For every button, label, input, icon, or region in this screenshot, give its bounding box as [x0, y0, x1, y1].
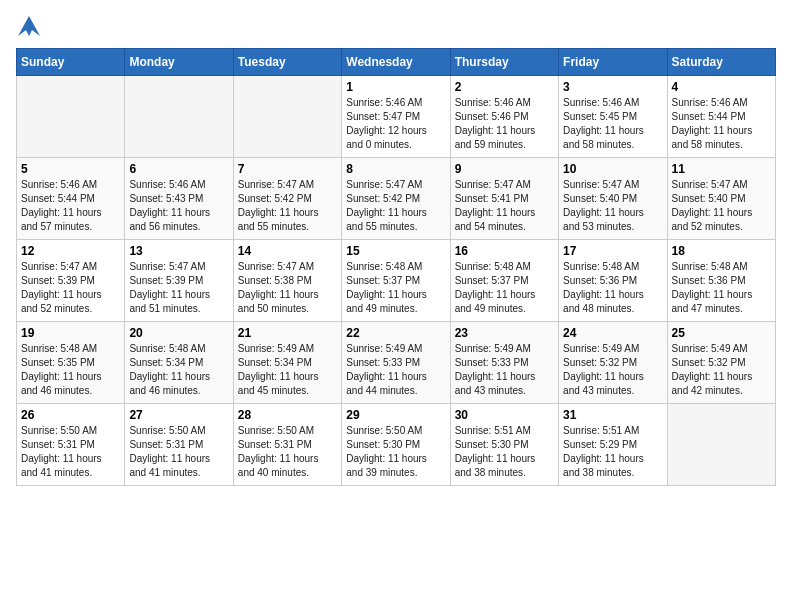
day-header-row: SundayMondayTuesdayWednesdayThursdayFrid…: [17, 49, 776, 76]
col-header-monday: Monday: [125, 49, 233, 76]
col-header-sunday: Sunday: [17, 49, 125, 76]
week-row-3: 12Sunrise: 5:47 AMSunset: 5:39 PMDayligh…: [17, 240, 776, 322]
day-number: 10: [563, 162, 662, 176]
calendar-cell: 11Sunrise: 5:47 AMSunset: 5:40 PMDayligh…: [667, 158, 775, 240]
day-info: Sunrise: 5:50 AMSunset: 5:31 PMDaylight:…: [129, 424, 228, 480]
day-number: 21: [238, 326, 337, 340]
day-number: 12: [21, 244, 120, 258]
calendar-cell: 28Sunrise: 5:50 AMSunset: 5:31 PMDayligh…: [233, 404, 341, 486]
day-number: 16: [455, 244, 554, 258]
calendar-cell: 4Sunrise: 5:46 AMSunset: 5:44 PMDaylight…: [667, 76, 775, 158]
day-info: Sunrise: 5:47 AMSunset: 5:39 PMDaylight:…: [21, 260, 120, 316]
col-header-saturday: Saturday: [667, 49, 775, 76]
day-info: Sunrise: 5:47 AMSunset: 5:39 PMDaylight:…: [129, 260, 228, 316]
day-number: 6: [129, 162, 228, 176]
day-number: 13: [129, 244, 228, 258]
calendar-cell: 25Sunrise: 5:49 AMSunset: 5:32 PMDayligh…: [667, 322, 775, 404]
day-info: Sunrise: 5:46 AMSunset: 5:43 PMDaylight:…: [129, 178, 228, 234]
day-info: Sunrise: 5:46 AMSunset: 5:44 PMDaylight:…: [672, 96, 771, 152]
calendar-cell: 27Sunrise: 5:50 AMSunset: 5:31 PMDayligh…: [125, 404, 233, 486]
day-info: Sunrise: 5:47 AMSunset: 5:42 PMDaylight:…: [238, 178, 337, 234]
day-number: 14: [238, 244, 337, 258]
day-info: Sunrise: 5:47 AMSunset: 5:41 PMDaylight:…: [455, 178, 554, 234]
day-info: Sunrise: 5:48 AMSunset: 5:34 PMDaylight:…: [129, 342, 228, 398]
calendar-cell: 15Sunrise: 5:48 AMSunset: 5:37 PMDayligh…: [342, 240, 450, 322]
calendar-cell: [17, 76, 125, 158]
logo: [16, 16, 42, 36]
calendar-cell: 10Sunrise: 5:47 AMSunset: 5:40 PMDayligh…: [559, 158, 667, 240]
day-info: Sunrise: 5:48 AMSunset: 5:35 PMDaylight:…: [21, 342, 120, 398]
day-number: 17: [563, 244, 662, 258]
day-info: Sunrise: 5:50 AMSunset: 5:31 PMDaylight:…: [21, 424, 120, 480]
calendar-cell: 21Sunrise: 5:49 AMSunset: 5:34 PMDayligh…: [233, 322, 341, 404]
day-info: Sunrise: 5:46 AMSunset: 5:44 PMDaylight:…: [21, 178, 120, 234]
day-number: 15: [346, 244, 445, 258]
calendar-table: SundayMondayTuesdayWednesdayThursdayFrid…: [16, 48, 776, 486]
calendar-cell: 29Sunrise: 5:50 AMSunset: 5:30 PMDayligh…: [342, 404, 450, 486]
calendar-cell: 5Sunrise: 5:46 AMSunset: 5:44 PMDaylight…: [17, 158, 125, 240]
day-number: 25: [672, 326, 771, 340]
day-number: 9: [455, 162, 554, 176]
calendar-cell: 20Sunrise: 5:48 AMSunset: 5:34 PMDayligh…: [125, 322, 233, 404]
day-info: Sunrise: 5:47 AMSunset: 5:40 PMDaylight:…: [563, 178, 662, 234]
calendar-cell: 1Sunrise: 5:46 AMSunset: 5:47 PMDaylight…: [342, 76, 450, 158]
calendar-cell: 13Sunrise: 5:47 AMSunset: 5:39 PMDayligh…: [125, 240, 233, 322]
day-info: Sunrise: 5:47 AMSunset: 5:38 PMDaylight:…: [238, 260, 337, 316]
calendar-cell: 24Sunrise: 5:49 AMSunset: 5:32 PMDayligh…: [559, 322, 667, 404]
day-info: Sunrise: 5:48 AMSunset: 5:36 PMDaylight:…: [563, 260, 662, 316]
day-info: Sunrise: 5:47 AMSunset: 5:40 PMDaylight:…: [672, 178, 771, 234]
day-number: 29: [346, 408, 445, 422]
day-number: 22: [346, 326, 445, 340]
day-info: Sunrise: 5:50 AMSunset: 5:31 PMDaylight:…: [238, 424, 337, 480]
day-number: 23: [455, 326, 554, 340]
calendar-cell: 9Sunrise: 5:47 AMSunset: 5:41 PMDaylight…: [450, 158, 558, 240]
day-number: 3: [563, 80, 662, 94]
day-info: Sunrise: 5:46 AMSunset: 5:46 PMDaylight:…: [455, 96, 554, 152]
day-number: 28: [238, 408, 337, 422]
day-number: 31: [563, 408, 662, 422]
day-info: Sunrise: 5:51 AMSunset: 5:30 PMDaylight:…: [455, 424, 554, 480]
day-info: Sunrise: 5:47 AMSunset: 5:42 PMDaylight:…: [346, 178, 445, 234]
calendar-cell: 30Sunrise: 5:51 AMSunset: 5:30 PMDayligh…: [450, 404, 558, 486]
day-number: 30: [455, 408, 554, 422]
svg-marker-0: [18, 16, 40, 36]
day-info: Sunrise: 5:46 AMSunset: 5:45 PMDaylight:…: [563, 96, 662, 152]
col-header-tuesday: Tuesday: [233, 49, 341, 76]
day-number: 1: [346, 80, 445, 94]
day-number: 7: [238, 162, 337, 176]
day-info: Sunrise: 5:51 AMSunset: 5:29 PMDaylight:…: [563, 424, 662, 480]
col-header-wednesday: Wednesday: [342, 49, 450, 76]
week-row-1: 1Sunrise: 5:46 AMSunset: 5:47 PMDaylight…: [17, 76, 776, 158]
calendar-cell: [667, 404, 775, 486]
week-row-4: 19Sunrise: 5:48 AMSunset: 5:35 PMDayligh…: [17, 322, 776, 404]
day-number: 5: [21, 162, 120, 176]
logo-arrow-icon: [18, 16, 40, 36]
calendar-cell: 26Sunrise: 5:50 AMSunset: 5:31 PMDayligh…: [17, 404, 125, 486]
calendar-cell: 8Sunrise: 5:47 AMSunset: 5:42 PMDaylight…: [342, 158, 450, 240]
day-number: 4: [672, 80, 771, 94]
day-info: Sunrise: 5:50 AMSunset: 5:30 PMDaylight:…: [346, 424, 445, 480]
calendar-cell: 31Sunrise: 5:51 AMSunset: 5:29 PMDayligh…: [559, 404, 667, 486]
day-number: 2: [455, 80, 554, 94]
calendar-cell: 7Sunrise: 5:47 AMSunset: 5:42 PMDaylight…: [233, 158, 341, 240]
calendar-cell: 3Sunrise: 5:46 AMSunset: 5:45 PMDaylight…: [559, 76, 667, 158]
calendar-cell: 22Sunrise: 5:49 AMSunset: 5:33 PMDayligh…: [342, 322, 450, 404]
week-row-2: 5Sunrise: 5:46 AMSunset: 5:44 PMDaylight…: [17, 158, 776, 240]
calendar-cell: 16Sunrise: 5:48 AMSunset: 5:37 PMDayligh…: [450, 240, 558, 322]
calendar-cell: 14Sunrise: 5:47 AMSunset: 5:38 PMDayligh…: [233, 240, 341, 322]
calendar-cell: 19Sunrise: 5:48 AMSunset: 5:35 PMDayligh…: [17, 322, 125, 404]
calendar-cell: 18Sunrise: 5:48 AMSunset: 5:36 PMDayligh…: [667, 240, 775, 322]
day-number: 8: [346, 162, 445, 176]
day-number: 11: [672, 162, 771, 176]
page-header: [16, 16, 776, 36]
day-info: Sunrise: 5:49 AMSunset: 5:34 PMDaylight:…: [238, 342, 337, 398]
calendar-cell: [233, 76, 341, 158]
calendar-cell: 12Sunrise: 5:47 AMSunset: 5:39 PMDayligh…: [17, 240, 125, 322]
day-number: 26: [21, 408, 120, 422]
day-info: Sunrise: 5:48 AMSunset: 5:37 PMDaylight:…: [455, 260, 554, 316]
day-number: 18: [672, 244, 771, 258]
calendar-cell: 17Sunrise: 5:48 AMSunset: 5:36 PMDayligh…: [559, 240, 667, 322]
day-info: Sunrise: 5:49 AMSunset: 5:32 PMDaylight:…: [563, 342, 662, 398]
day-info: Sunrise: 5:48 AMSunset: 5:37 PMDaylight:…: [346, 260, 445, 316]
day-info: Sunrise: 5:49 AMSunset: 5:33 PMDaylight:…: [455, 342, 554, 398]
